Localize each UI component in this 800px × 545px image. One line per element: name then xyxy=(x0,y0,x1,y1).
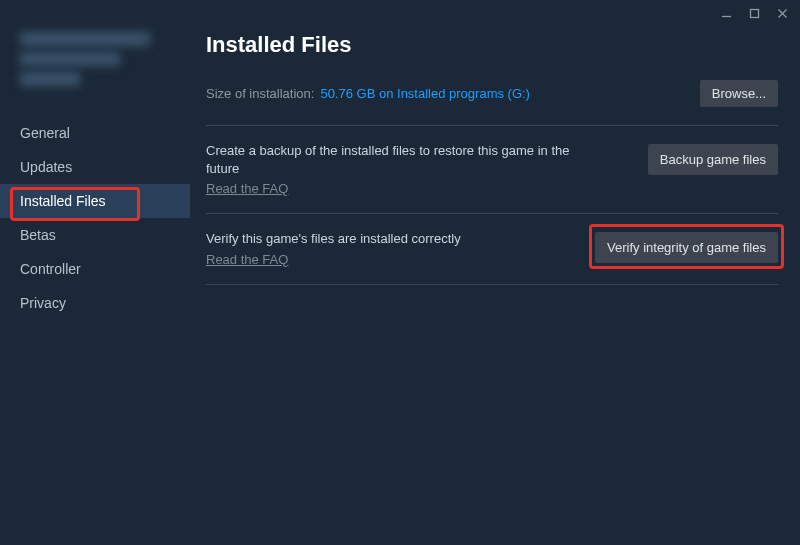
verify-faq-link[interactable]: Read the FAQ xyxy=(206,252,288,267)
browse-button[interactable]: Browse... xyxy=(700,80,778,107)
sidebar-item-installed-files[interactable]: Installed Files xyxy=(0,184,190,218)
maximize-icon xyxy=(749,8,760,19)
divider xyxy=(206,284,778,285)
size-label: Size of installation: xyxy=(206,86,314,101)
verify-text: Verify this game's files are installed c… xyxy=(206,230,579,268)
page-title: Installed Files xyxy=(206,32,778,58)
verify-button-wrapper: Verify integrity of game files xyxy=(595,230,778,263)
close-button[interactable] xyxy=(770,3,794,23)
sidebar-item-general[interactable]: General xyxy=(0,116,190,150)
size-value[interactable]: 50.76 GB on Installed programs (G:) xyxy=(320,86,530,101)
verify-section: Verify this game's files are installed c… xyxy=(206,230,778,284)
svg-rect-1 xyxy=(750,9,758,17)
minimize-icon xyxy=(721,8,732,19)
main-panel: Installed Files Size of installation: 50… xyxy=(190,26,800,545)
size-row: Size of installation: 50.76 GB on Instal… xyxy=(206,80,778,107)
divider xyxy=(206,125,778,126)
verify-integrity-button[interactable]: Verify integrity of game files xyxy=(595,232,778,263)
sidebar-item-privacy[interactable]: Privacy xyxy=(0,286,190,320)
sidebar-item-updates[interactable]: Updates xyxy=(0,150,190,184)
backup-button[interactable]: Backup game files xyxy=(648,144,778,175)
backup-section: Create a backup of the installed files t… xyxy=(206,142,778,213)
divider xyxy=(206,213,778,214)
backup-faq-link[interactable]: Read the FAQ xyxy=(206,181,288,196)
verify-description: Verify this game's files are installed c… xyxy=(206,230,579,248)
titlebar xyxy=(0,0,800,26)
maximize-button[interactable] xyxy=(742,3,766,23)
backup-description: Create a backup of the installed files t… xyxy=(206,142,586,177)
minimize-button[interactable] xyxy=(714,3,738,23)
sidebar-item-controller[interactable]: Controller xyxy=(0,252,190,286)
close-icon xyxy=(777,8,788,19)
content: General Updates Installed Files Betas Co… xyxy=(0,26,800,545)
sidebar-item-betas[interactable]: Betas xyxy=(0,218,190,252)
sidebar: General Updates Installed Files Betas Co… xyxy=(0,26,190,545)
game-title-blurred xyxy=(20,32,190,86)
backup-text: Create a backup of the installed files t… xyxy=(206,142,632,197)
